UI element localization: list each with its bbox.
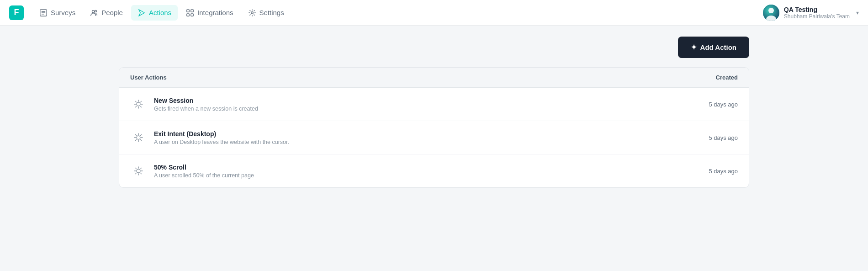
user-name: QA Testing [784,6,850,13]
row-created-50-scroll: 5 days ago [665,168,738,175]
sidebar-item-label-people: People [101,9,123,16]
actions-icon [138,9,146,17]
nav-right[interactable]: QA Testing Shubham Palriwala's Team ▾ [763,5,859,21]
svg-line-22 [140,101,141,102]
app-logo[interactable]: F [9,5,24,20]
row-text-exit-intent: Exit Intent (Desktop) A user on Desktop … [154,130,665,145]
svg-point-5 [95,10,97,12]
table-header: User Actions Created [119,68,749,88]
table-row[interactable]: New Session Gets fired when a new sessio… [119,88,749,121]
svg-line-32 [136,139,137,140]
svg-line-41 [136,173,137,174]
table-row[interactable]: Exit Intent (Desktop) A user on Desktop … [119,121,749,154]
svg-line-20 [136,101,137,102]
sidebar-item-settings[interactable]: Settings [242,5,291,21]
sidebar-item-label-settings: Settings [259,9,284,16]
row-text-new-session: New Session Gets fired when a new sessio… [154,97,665,112]
sidebar-item-integrations[interactable]: Integrations [180,5,239,21]
svg-point-24 [137,136,140,139]
sidebar-item-surveys[interactable]: Surveys [33,5,82,21]
settings-icon [248,9,256,17]
integrations-icon [186,9,194,17]
surveys-icon [39,9,48,17]
row-title-50-scroll: 50% Scroll [154,164,665,171]
row-icon-exit-intent [130,129,147,146]
user-info: QA Testing Shubham Palriwala's Team [784,6,850,20]
svg-rect-10 [191,13,193,16]
row-title-new-session: New Session [154,97,665,104]
table-header-user-actions: User Actions [130,74,665,81]
row-subtitle-exit-intent: A user on Desktop leaves the website wit… [154,139,665,145]
add-action-icon: ✦ [691,43,697,52]
sidebar-item-label-surveys: Surveys [51,9,75,16]
sidebar-item-label-actions: Actions [149,9,171,16]
sidebar-item-label-integrations: Integrations [197,9,233,16]
add-action-label: Add Action [700,43,736,51]
navbar: F Surveys [0,0,868,26]
row-subtitle-50-scroll: A user scrolled 50% of the current page [154,172,665,179]
sidebar-item-actions[interactable]: Actions [131,5,178,21]
svg-line-38 [136,168,137,169]
svg-point-15 [137,102,140,106]
user-team: Shubham Palriwala's Team [784,13,850,20]
svg-point-11 [251,11,253,14]
svg-line-39 [140,173,141,174]
table-header-created: Created [665,74,738,81]
add-action-button-wrap: ✦ Add Action [119,37,749,58]
logo-letter: F [14,8,19,17]
svg-point-13 [768,8,774,13]
svg-line-31 [140,135,141,136]
svg-line-21 [140,106,141,107]
row-icon-50-scroll [130,163,147,179]
svg-rect-7 [187,9,189,11]
svg-line-30 [140,139,141,140]
row-title-exit-intent: Exit Intent (Desktop) [154,130,665,138]
sidebar-item-people[interactable]: People [84,5,129,21]
svg-line-23 [136,106,137,107]
svg-line-29 [136,135,137,136]
nav-items: Surveys People Actions [33,5,763,21]
svg-point-4 [92,10,95,12]
svg-marker-6 [139,9,145,16]
row-text-50-scroll: 50% Scroll A user scrolled 50% of the cu… [154,164,665,179]
add-action-button[interactable]: ✦ Add Action [678,37,749,58]
svg-rect-8 [191,9,193,11]
avatar [763,5,779,21]
svg-rect-9 [187,13,189,16]
svg-point-33 [137,169,140,173]
row-created-new-session: 5 days ago [665,101,738,108]
row-subtitle-new-session: Gets fired when a new session is created [154,106,665,112]
row-icon-new-session [130,96,147,112]
table-row[interactable]: 50% Scroll A user scrolled 50% of the cu… [119,154,749,187]
main-content: ✦ Add Action User Actions Created [0,26,868,271]
svg-line-40 [140,168,141,169]
row-created-exit-intent: 5 days ago [665,134,738,141]
user-actions-table: User Actions Created New Session [119,67,749,188]
people-icon [90,9,98,17]
chevron-down-icon: ▾ [856,10,859,16]
